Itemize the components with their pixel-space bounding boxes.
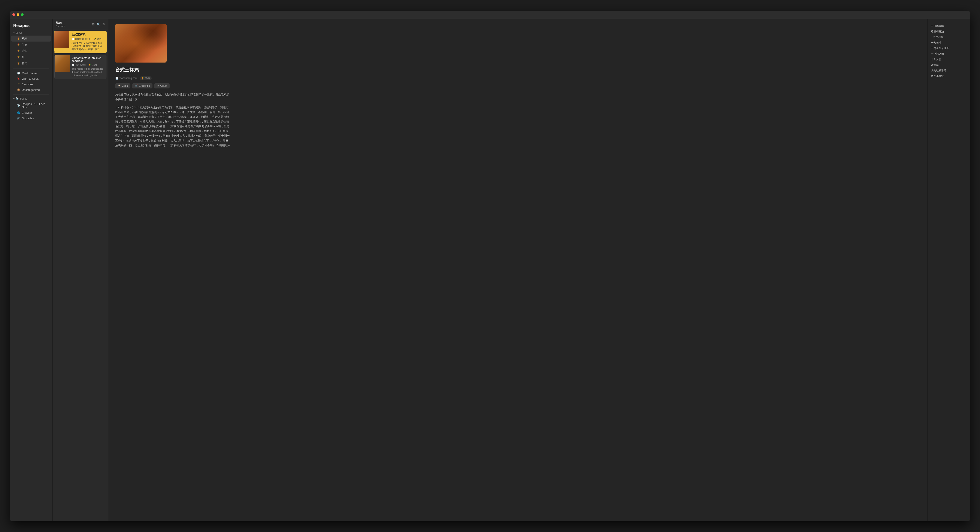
- tag-icon: 🐓: [142, 77, 144, 80]
- recipe-title-2: California 'fried' chicken sandwich: [72, 57, 104, 62]
- cook-button[interactable]: 🍳 Cook: [115, 83, 130, 88]
- article-title: 台式三杯鸡: [115, 67, 921, 73]
- sidebar-feed-groceries[interactable]: 🛒 Groceries: [11, 116, 51, 121]
- smart-list-label-uncategorized: Uncategorized: [22, 88, 40, 91]
- sidebar-feed-browser[interactable]: 🌐 Browser: [11, 110, 51, 115]
- feeds-section-label: Feeds: [20, 97, 27, 100]
- sidebar-item-favorites[interactable]: ♡ Favorites: [11, 81, 51, 87]
- sidebar-item-shrimp[interactable]: 🐓 虾: [11, 54, 51, 60]
- ingredient-item: 三勺金兰葱油膏: [931, 45, 967, 51]
- app-title: Recipes: [10, 21, 52, 30]
- feed-label-rss: Recipes RSS Feed Nov...: [22, 102, 48, 109]
- maximize-button[interactable]: [21, 13, 24, 16]
- article-tags: 📄 xiachufang.com 🐓 鸡肉: [115, 76, 921, 80]
- smart-list-icon-uncategorized: 📦: [17, 88, 20, 91]
- recipe-card-inner-2: California 'fried' chicken sandwich 🕐 30…: [54, 55, 107, 79]
- feeds-chevron: ▾: [13, 97, 14, 100]
- categories-list: 🐓 鸡肉 🐓 牛肉 🐓 沙拉 🐓 虾 🐓 猪肉: [10, 35, 52, 67]
- content-panel: 台式三杯鸡 📄 xiachufang.com 🐓 鸡肉 🍳: [108, 19, 970, 521]
- feeds-list: 📡 Recipes RSS Feed Nov... 🌐 Browser 🛒 Gr…: [10, 101, 52, 121]
- add-recipe-icon[interactable]: ⊕: [103, 22, 105, 26]
- ingredient-item: 一勺老抽: [931, 40, 967, 45]
- ingredient-item: 适量胡麻油: [931, 29, 967, 34]
- ingredient-item: 适量蒜: [931, 62, 967, 68]
- category-icon-salad: 🐓: [17, 49, 20, 53]
- feed-label-groceries: Groceries: [22, 117, 34, 120]
- sidebar-item-salad[interactable]: 🐓 沙拉: [11, 48, 51, 54]
- smart-list-icon-favorites: ♡: [17, 83, 20, 86]
- feeds-section-header[interactable]: ▾ 📡 Feeds: [10, 96, 52, 101]
- tag-separator-2: |: [87, 64, 88, 66]
- cook-icon: 🍳: [118, 84, 121, 87]
- time-icon-2: 🕐: [72, 64, 74, 66]
- food-image-1: [54, 31, 69, 48]
- source-1: xiachufang.com: [75, 38, 91, 40]
- smart-list-icon-most-recent: 🕐: [17, 72, 20, 75]
- recipe-card-sanbeiji[interactable]: 台式三杯鸡 📄 xiachufang.com | 🐓 鸡肉 总在餐厅吃，从来没有…: [54, 31, 107, 53]
- divider-2: [13, 94, 49, 95]
- recipe-card-content-1: 台式三杯鸡 📄 xiachufang.com | 🐓 鸡肉 总在餐厅吃，从来没有…: [69, 31, 107, 53]
- groceries-label: Groceries: [139, 84, 150, 88]
- category-icon-chicken: 🐓: [17, 37, 20, 40]
- sidebar-item-uncategorized[interactable]: 📦 Uncategorized: [11, 87, 51, 92]
- list-header-left: 鸡肉 2 recipes: [56, 21, 65, 27]
- all-icon: ⊞: [16, 32, 18, 34]
- tag-2: 鸡肉: [92, 64, 97, 66]
- source-icon-1: 📄: [72, 38, 74, 40]
- tag-icon-1: 🐓: [93, 38, 96, 40]
- minimize-button[interactable]: [17, 13, 19, 16]
- category-label-pork: 猪肉: [22, 62, 27, 65]
- category-label-salad: 沙拉: [22, 49, 27, 53]
- cook-label: Cook: [122, 84, 128, 88]
- right-panel: 三只鸡大腿适量胡麻油一把九层塔一勺老抽三勺金兰葱油膏一小把冰糖十几片姜适量蒜八勺…: [928, 19, 970, 521]
- feed-icon-rss: 📡: [17, 104, 20, 107]
- recipe-list: 台式三杯鸡 📄 xiachufang.com | 🐓 鸡肉 总在餐厅吃，从来没有…: [52, 29, 108, 521]
- tag-icon-2: 🐓: [89, 64, 91, 66]
- sidebar-all-section[interactable]: ▾ ⊞ All: [10, 30, 52, 35]
- feed-label-browser: Browser: [22, 111, 32, 115]
- smart-lists: 🕐 Most Recent 🔖 Want to Cook ♡ Favorites…: [10, 70, 52, 93]
- source-icon: 📄: [115, 76, 118, 80]
- title-bar: [10, 11, 970, 19]
- main-layout: Recipes ▾ ⊞ All 🐓 鸡肉 🐓 牛肉 🐓 沙拉 🐓 虾 🐓 猪肉 …: [10, 19, 970, 521]
- tag-separator-1: |: [92, 38, 92, 40]
- category-label-beef: 牛肉: [22, 43, 27, 47]
- food-image-2: [55, 55, 70, 72]
- adjust-button[interactable]: ⚙ Adjust: [154, 83, 170, 88]
- list-header: 鸡肉 2 recipes ⊟ 🔍 ⊕: [52, 19, 108, 29]
- groceries-button[interactable]: 🛒 Groceries: [132, 83, 153, 88]
- source-text: xiachufang.com: [119, 76, 137, 80]
- sidebar-feed-rss[interactable]: 📡 Recipes RSS Feed Nov...: [11, 101, 51, 110]
- ingredient-item: 八勺红标米酒: [931, 68, 967, 73]
- recipe-card-california[interactable]: California 'fried' chicken sandwich 🕐 30…: [54, 55, 107, 79]
- sidebar-item-beef[interactable]: 🐓 牛肉: [11, 42, 51, 48]
- sidebar-item-want-to-cook[interactable]: 🔖 Want to Cook: [11, 76, 51, 81]
- feed-icon-groceries: 🛒: [17, 117, 20, 120]
- close-button[interactable]: [13, 13, 15, 16]
- list-title: 鸡肉: [56, 21, 65, 25]
- category-icon-shrimp: 🐓: [17, 56, 20, 59]
- sidebar-item-chicken[interactable]: 🐓 鸡肉: [11, 35, 51, 41]
- panel-toggle-icon[interactable]: ⊟: [92, 22, 95, 26]
- search-icon[interactable]: 🔍: [97, 22, 100, 26]
- sidebar-item-pork[interactable]: 🐓 猪肉: [11, 61, 51, 66]
- ingredient-item: 一把九层塔: [931, 34, 967, 40]
- list-count: 2 recipes: [56, 25, 65, 27]
- smart-list-label-favorites: Favorites: [22, 83, 33, 86]
- all-section-chevron: ▾: [13, 32, 14, 35]
- all-section-label: All: [19, 32, 22, 35]
- action-buttons: 🍳 Cook 🛒 Groceries ⚙ Adjust: [115, 83, 921, 88]
- recipe-image-sanbeiji: [54, 31, 69, 48]
- ingredient-item: 一小把冰糖: [931, 51, 967, 57]
- sidebar-item-most-recent[interactable]: 🕐 Most Recent: [11, 70, 51, 76]
- recipe-meta-2: 🕐 30h 40min | 🐓 鸡肉: [72, 64, 104, 66]
- traffic-lights: [13, 13, 24, 16]
- category-icon-beef: 🐓: [17, 43, 20, 46]
- article-main: 台式三杯鸡 📄 xiachufang.com 🐓 鸡肉 🍳: [108, 19, 928, 521]
- article-body: ：材料准备～(\/∨\*)因为我家附近的超市关门了，鸡腿是让同事带买的，已经剁好…: [115, 105, 231, 148]
- recipe-title-1: 台式三杯鸡: [72, 33, 104, 37]
- article-intro: 总在餐厅吃，从来没有在家自己尝试过，听起来好像很复杂实际雷简单的一道菜。喜欢吃鸡…: [115, 92, 231, 102]
- article-tag-badge: 🐓 鸡肉: [140, 76, 152, 80]
- ingredients-list: 三只鸡大腿适量胡麻油一把九层塔一勺老抽三勺金兰葱油膏一小把冰糖十几片姜适量蒜八勺…: [931, 23, 967, 79]
- tag-text: 鸡肉: [145, 76, 150, 80]
